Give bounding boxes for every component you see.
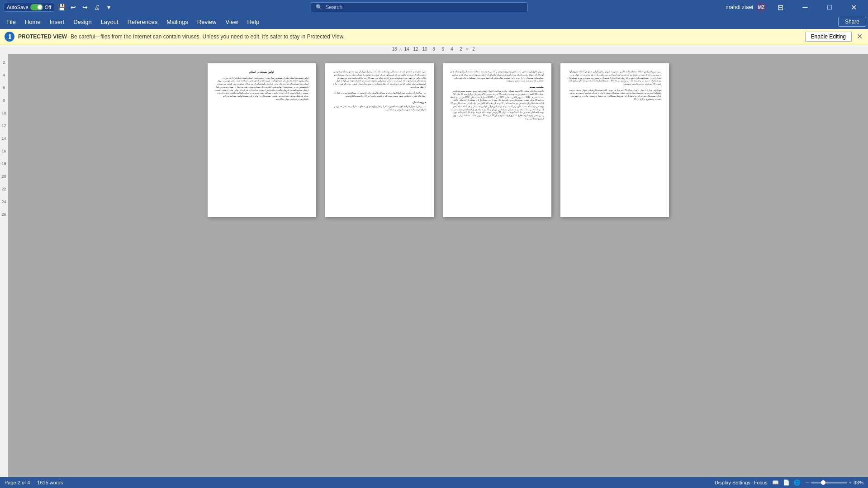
view-icons: 📖 📄 🌐 — [771, 478, 802, 487]
page-1-content: اولین مسجد در اسلام یکی از مهمترین سازه‌… — [215, 77, 309, 101]
share-button[interactable]: Share — [838, 17, 866, 27]
zoom-control: ─ + 33% — [806, 480, 863, 485]
layout-icon[interactable]: ⊟ — [770, 0, 791, 14]
word-count: 1615 words — [37, 480, 63, 485]
zoom-in-button[interactable]: + — [849, 480, 852, 485]
print-layout-icon[interactable]: 📄 — [782, 478, 791, 487]
page-info: Page 2 of 4 — [5, 480, 30, 485]
titlebar-left: AutoSave Off 💾 ↩ ↪ 🖨 ▾ — [4, 3, 113, 12]
menu-view[interactable]: View — [221, 17, 242, 27]
page-2-section-content: پیامبر(ص) همواره از اعضای و مجاهدین مکه … — [332, 105, 427, 112]
page-2-section-title: خروج سلمانان — [332, 101, 427, 104]
zoom-slider[interactable] — [811, 482, 847, 483]
menu-layout[interactable]: Layout — [96, 17, 123, 27]
document-page-3: سروی حاوی این مناطق به مناطق پیشروی سودی… — [443, 63, 551, 217]
undo-icon[interactable]: ↩ — [69, 3, 78, 12]
user-avatar: MZ — [756, 2, 767, 13]
menu-design[interactable]: Design — [69, 17, 96, 27]
search-bar[interactable]: 🔍 — [311, 2, 528, 12]
titlebar: AutoSave Off 💾 ↩ ↪ 🖨 ▾ 🔍 mahdi ziaei MZ … — [0, 0, 868, 14]
statusbar: Page 2 of 4 1615 words Display Settings … — [0, 477, 868, 488]
menubar: File Home Insert Design Layout Reference… — [0, 14, 868, 29]
close-protected-bar-button[interactable]: ✕ — [855, 33, 863, 41]
search-input[interactable] — [325, 4, 523, 10]
titlebar-center: 🔍 — [311, 2, 528, 12]
ruler-content: 18 △ 14 12 10 8 6 4 2 ✕ 2 — [390, 47, 478, 52]
menu-help[interactable]: Help — [242, 17, 264, 27]
protected-message: Be careful—files from the Internet can c… — [71, 33, 802, 40]
zoom-level: 33% — [854, 480, 863, 485]
statusbar-left: Page 2 of 4 1615 words — [5, 480, 63, 485]
titlebar-right: mahdi ziaei MZ ⊟ ─ □ ✕ — [726, 0, 864, 14]
protected-view-bar: ℹ PROTECTED VIEW Be careful—files from t… — [0, 29, 868, 44]
menu-mailings[interactable]: Mailings — [162, 17, 193, 27]
document-area: 2 4 6 8 10 12 14 16 18 20 22 24 26 اولین… — [0, 54, 868, 477]
user-name: mahdi ziaei — [726, 4, 753, 10]
page-3-section-content: با توجه به اینکه سازوی 90 درصد مسائل و ک… — [450, 90, 544, 121]
statusbar-right: Display Settings Focus 📖 📄 🌐 ─ + 33% — [715, 478, 863, 487]
menu-home[interactable]: Home — [20, 17, 45, 27]
document-page-1: اولین مسجد در اسلام اولین مسجد در اسلام … — [208, 63, 316, 217]
protected-icon: ℹ — [5, 32, 14, 42]
search-icon: 🔍 — [316, 4, 323, 10]
save-icon[interactable]: 💾 — [57, 3, 66, 12]
maximize-button[interactable]: □ — [819, 0, 840, 14]
minimize-button[interactable]: ─ — [795, 0, 816, 14]
enable-editing-button[interactable]: Enable Editing — [805, 32, 852, 42]
read-mode-icon[interactable]: 📖 — [771, 478, 780, 487]
autosave-badge[interactable]: AutoSave Off — [4, 3, 54, 12]
display-settings-button[interactable]: Display Settings — [715, 480, 750, 485]
main-content: اولین مسجد در اسلام اولین مسجد در اسلام … — [8, 54, 868, 477]
menu-review[interactable]: Review — [193, 17, 221, 27]
document-page-4: در زمان پیامبر(ص) احکام مختلف ثانیه قانو… — [560, 63, 669, 217]
menu-references[interactable]: References — [123, 17, 162, 27]
protected-title: PROTECTED VIEW — [18, 33, 67, 40]
horizontal-ruler: 18 △ 14 12 10 8 6 4 2 ✕ 2 — [0, 44, 868, 54]
page-1-title: اولین مسجد در اسلام — [215, 71, 309, 74]
print-icon[interactable]: 🖨 — [92, 3, 101, 12]
zoom-thumb — [821, 480, 825, 485]
page-3-content: سروی حاوی این مناطق به مناطق پیشروی سودی… — [450, 71, 544, 83]
vertical-ruler: 2 4 6 8 10 12 14 16 18 20 22 24 26 — [0, 54, 8, 477]
user-info: mahdi ziaei MZ — [726, 2, 767, 13]
web-layout-icon[interactable]: 🌐 — [793, 478, 802, 487]
menu-insert[interactable]: Insert — [45, 17, 69, 27]
autosave-label: AutoSave — [7, 5, 28, 10]
menu-file[interactable]: File — [2, 17, 20, 27]
zoom-out-button[interactable]: ─ — [806, 480, 809, 485]
more-icon[interactable]: ▾ — [104, 3, 113, 12]
autosave-state: Off — [45, 5, 51, 10]
focus-button[interactable]: Focus — [754, 480, 768, 485]
autosave-toggle[interactable] — [30, 4, 43, 10]
page-2-content: ثانی: محل نماز جمعه و جماعت مشکلی بوده ا… — [332, 71, 427, 98]
document-page-2: ثانی: محل نماز جمعه و جماعت مشکلی بوده ا… — [325, 63, 434, 217]
page-4-content: در زمان پیامبر(ص) احکام مختلف ثانیه قانو… — [568, 71, 662, 101]
page-3-section-title: مشخصه مسجد — [450, 85, 544, 89]
close-button[interactable]: ✕ — [844, 0, 864, 14]
redo-icon[interactable]: ↪ — [81, 3, 90, 12]
